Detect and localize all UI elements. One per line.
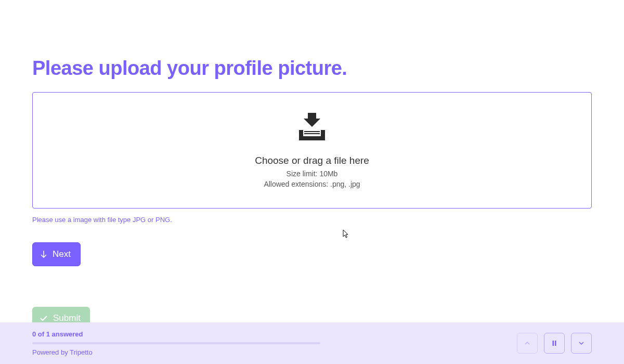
page-title: Please upload your profile picture. [32, 57, 592, 80]
svg-rect-2 [553, 341, 554, 346]
chevron-down-icon [578, 340, 585, 347]
next-button[interactable]: Next [32, 242, 81, 266]
chevron-up-icon [524, 340, 531, 347]
upload-primary-text: Choose or drag a file here [255, 155, 369, 166]
arrow-down-icon [40, 250, 47, 258]
submit-button-label: Submit [53, 313, 81, 323]
nav-up-button [517, 333, 538, 354]
powered-by-text: Powered by Tripetto [32, 348, 320, 356]
progress-bar [32, 342, 320, 344]
next-button-label: Next [53, 249, 71, 259]
nav-down-button[interactable] [571, 333, 592, 354]
nav-pause-button[interactable] [544, 333, 565, 354]
helper-text: Please use a image with file type JPG or… [32, 216, 592, 224]
progress-text: 0 of 1 answered [32, 330, 320, 338]
svg-rect-1 [304, 133, 320, 134]
upload-allowed-extensions: Allowed extensions: .png, .jpg [264, 180, 360, 188]
svg-rect-0 [304, 131, 320, 132]
upload-tray-icon [295, 110, 329, 147]
svg-rect-3 [555, 341, 556, 346]
upload-dropzone[interactable]: Choose or drag a file here Size limit: 1… [32, 92, 592, 209]
footer: 0 of 1 answered Powered by Tripetto [0, 322, 624, 364]
check-icon [40, 315, 48, 322]
pause-icon [551, 340, 558, 347]
upload-size-limit: Size limit: 10Mb [287, 170, 338, 178]
